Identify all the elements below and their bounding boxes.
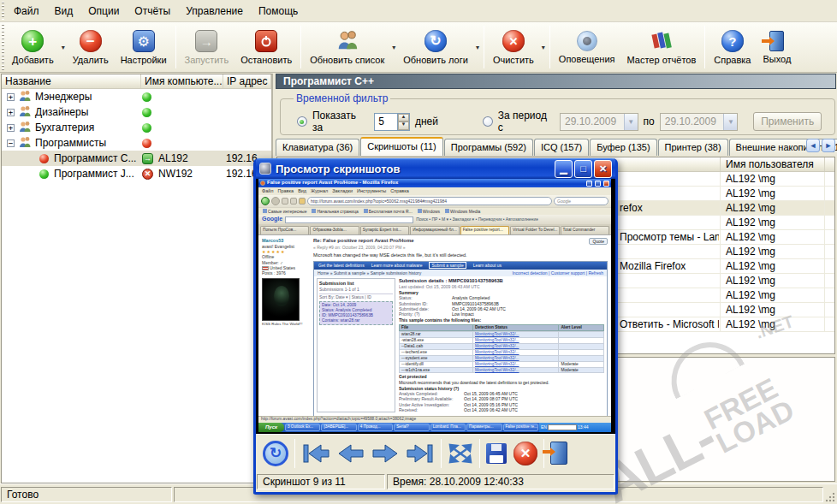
tab-2[interactable]: Программы (592) xyxy=(444,139,533,156)
tab-4[interactable]: Буфер (135) xyxy=(590,139,656,156)
toolbar-grip2[interactable] xyxy=(1,24,5,70)
collapse-minus-icon[interactable]: − xyxy=(7,139,15,147)
group-users-icon xyxy=(18,121,32,135)
tree-col-ip[interactable]: IP адрес xyxy=(223,74,271,88)
tree-group-designers[interactable]: + Дизайнеры xyxy=(2,104,271,120)
date-to-value: 29.10.2009 xyxy=(661,114,724,130)
tab-3[interactable]: ICQ (157) xyxy=(534,139,589,156)
log-tabs: Клавиатура (36)Скриншоты (11)Программы (… xyxy=(276,137,837,156)
period-radio[interactable] xyxy=(483,116,493,127)
next-icon xyxy=(371,442,399,465)
user-name-cell: AL192 \mg xyxy=(726,173,775,185)
tree-group-managers[interactable]: + Мэнеджеры xyxy=(2,89,271,104)
tree-col-name[interactable]: Название xyxy=(2,74,141,88)
log-col-user[interactable]: Имя пользователя xyxy=(726,158,814,170)
tree-col-computer[interactable]: Имя компьюте... xyxy=(141,74,223,88)
tree-item-programmer-c[interactable]: Программист C... → AL192 192.16 xyxy=(2,151,271,166)
screenshot-time: Время: 28.10.2009 12:40:33 xyxy=(387,474,614,489)
days-value[interactable]: 5 xyxy=(375,114,397,130)
previous-icon xyxy=(337,442,365,465)
alerts-button[interactable]: Оповещения xyxy=(553,22,621,72)
tab-1[interactable]: Скриншоты (11) xyxy=(360,137,443,156)
first-button[interactable] xyxy=(298,441,334,466)
refresh-logs-button[interactable]: ↻ Обновить логи xyxy=(397,22,474,72)
tab-0[interactable]: Клавиатура (36) xyxy=(276,139,359,156)
ff-forward-icon xyxy=(271,197,280,205)
maximize-icon[interactable]: □ xyxy=(574,160,592,178)
add-label: Добавить xyxy=(12,55,54,65)
group-users-icon xyxy=(18,90,32,104)
users-icon xyxy=(335,30,359,52)
date-from-picker[interactable]: 29.10.2009 ▼ xyxy=(560,113,638,131)
status-red-icon xyxy=(39,154,49,163)
refresh-logs-dropdown-arrow[interactable]: ▾ xyxy=(474,44,481,51)
tree-header: Название Имя компьюте... IP адрес xyxy=(2,74,271,89)
delete-button[interactable]: ✕ xyxy=(510,440,541,467)
help-label: Справка xyxy=(714,55,751,65)
menu-item[interactable]: Отчёты xyxy=(127,2,178,21)
previous-button[interactable] xyxy=(334,441,368,466)
toolbar-grip[interactable] xyxy=(1,2,5,20)
menu-item[interactable]: Опции xyxy=(80,2,127,21)
fit-to-screen-button[interactable] xyxy=(444,441,477,466)
exit-door-icon xyxy=(550,442,567,465)
status-red-icon xyxy=(142,139,151,148)
clear-dropdown-arrow[interactable]: ▾ xyxy=(540,44,547,51)
spin-up-icon[interactable]: ▲ xyxy=(398,114,409,122)
date-from-value: 29.10.2009 xyxy=(561,114,624,130)
last-button[interactable] xyxy=(402,441,438,466)
next-button[interactable] xyxy=(368,441,402,466)
refresh-list-button[interactable]: Обновить список xyxy=(304,22,390,72)
show-last-days-radio[interactable] xyxy=(297,116,307,127)
menu-item[interactable]: Вид xyxy=(47,2,81,21)
add-dropdown-arrow[interactable]: ▾ xyxy=(60,44,67,51)
dialog-title-bar[interactable]: Просмотр скриншотов ▁ □ ✕ xyxy=(256,158,615,179)
tab-scroll-right-icon[interactable]: ► xyxy=(822,139,835,152)
tab-5[interactable]: Принтер (38) xyxy=(658,139,728,156)
start-button[interactable]: → Запустить xyxy=(179,22,235,72)
close-viewer-button[interactable] xyxy=(547,440,571,466)
clear-button[interactable]: ✕ Очистить xyxy=(487,22,540,72)
expand-plus-icon[interactable]: + xyxy=(7,124,15,132)
settings-button[interactable]: ⚙ Настройки xyxy=(115,22,173,72)
tree-group-programmers[interactable]: − Программисты xyxy=(2,135,271,151)
refresh-list-label: Обновить список xyxy=(310,55,384,65)
refresh-button[interactable]: ↻ xyxy=(259,439,292,468)
stop-button[interactable]: Остановить xyxy=(234,22,298,72)
apply-button[interactable]: Применить xyxy=(753,112,822,131)
save-button[interactable] xyxy=(483,442,510,465)
remove-button[interactable]: − Удалить xyxy=(67,22,115,72)
close-icon[interactable]: ✕ xyxy=(594,160,612,178)
report-wizard-button[interactable]: Мастер отчётов xyxy=(621,22,703,72)
spin-down-icon[interactable]: ▼ xyxy=(398,122,409,130)
menu-items: ФайлВидОпцииОтчётыУправлениеПомощь xyxy=(6,2,306,21)
menu-item[interactable]: Файл xyxy=(6,2,47,21)
alerts-label: Оповещения xyxy=(559,54,615,64)
window-title-cell: refox xyxy=(620,202,719,214)
tree-item-programmer-j[interactable]: Программист J... ✕ NW192 192.16 xyxy=(2,166,271,181)
tree-group-accounting[interactable]: + Бухгалтерия xyxy=(2,120,271,135)
stop-icon xyxy=(255,30,277,52)
exit-button[interactable]: Выход xyxy=(757,22,797,72)
help-button[interactable]: ? Справка xyxy=(708,22,757,72)
resize-grip[interactable] xyxy=(825,492,836,503)
ff-stop-icon xyxy=(290,198,297,205)
refresh-logs-icon: ↻ xyxy=(424,30,447,52)
chevron-down-icon[interactable]: ▼ xyxy=(723,114,737,130)
menu-item[interactable]: Помощь xyxy=(251,2,306,21)
connection-running-icon: → xyxy=(142,153,153,164)
ff-url-bar: http://forum.avast.com/index.php?topic=5… xyxy=(307,197,552,205)
expand-plus-icon[interactable]: + xyxy=(7,93,15,101)
first-icon xyxy=(301,442,330,465)
refresh-list-dropdown-arrow[interactable]: ▾ xyxy=(390,44,397,51)
minimize-icon[interactable]: ▁ xyxy=(555,160,573,178)
report-wizard-label: Мастер отчётов xyxy=(627,55,697,65)
days-stepper[interactable]: 5 ▲▼ xyxy=(374,113,410,131)
chevron-down-icon[interactable]: ▼ xyxy=(624,114,638,130)
add-button[interactable]: + Добавить xyxy=(6,22,60,72)
tab-scroll-left-icon[interactable]: ◄ xyxy=(806,139,820,152)
show-last-days-label: Показать за xyxy=(312,110,369,133)
date-to-picker[interactable]: 29.10.2009 ▼ xyxy=(660,113,739,131)
menu-item[interactable]: Управление xyxy=(178,2,251,21)
expand-plus-icon[interactable]: + xyxy=(7,109,15,116)
